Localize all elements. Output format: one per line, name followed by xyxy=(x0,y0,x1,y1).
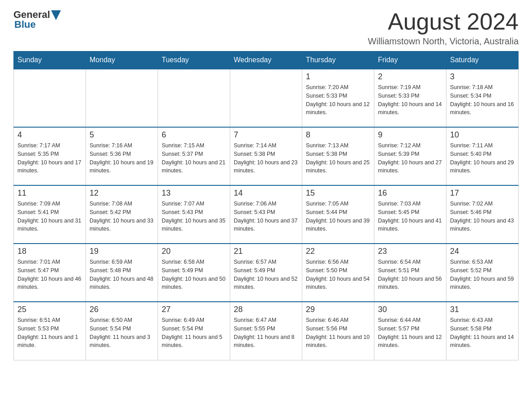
calendar-cell: 13Sunrise: 7:07 AMSunset: 5:43 PMDayligh… xyxy=(158,185,230,244)
calendar-cell: 29Sunrise: 6:46 AMSunset: 5:56 PMDayligh… xyxy=(302,302,374,360)
calendar-cell: 19Sunrise: 6:59 AMSunset: 5:48 PMDayligh… xyxy=(86,244,158,302)
day-number: 27 xyxy=(162,305,226,314)
calendar-cell xyxy=(14,69,86,127)
calendar-cell: 27Sunrise: 6:49 AMSunset: 5:54 PMDayligh… xyxy=(158,302,230,360)
calendar-cell: 15Sunrise: 7:05 AMSunset: 5:44 PMDayligh… xyxy=(302,185,374,244)
month-title: August 2024 xyxy=(368,9,519,34)
calendar-cell: 12Sunrise: 7:08 AMSunset: 5:42 PMDayligh… xyxy=(86,185,158,244)
location-title: Williamstown North, Victoria, Australia xyxy=(368,36,519,47)
day-info: Sunrise: 6:50 AMSunset: 5:54 PMDaylight:… xyxy=(90,316,154,350)
day-info: Sunrise: 6:46 AMSunset: 5:56 PMDaylight:… xyxy=(306,316,370,350)
calendar-cell: 10Sunrise: 7:11 AMSunset: 5:40 PMDayligh… xyxy=(446,127,519,185)
day-info: Sunrise: 6:51 AMSunset: 5:53 PMDaylight:… xyxy=(17,316,82,350)
calendar-cell: 28Sunrise: 6:47 AMSunset: 5:55 PMDayligh… xyxy=(230,302,302,360)
day-info: Sunrise: 6:57 AMSunset: 5:49 PMDaylight:… xyxy=(234,258,298,291)
calendar-cell: 23Sunrise: 6:54 AMSunset: 5:51 PMDayligh… xyxy=(374,244,446,302)
weekday-header-sunday: Sunday xyxy=(14,51,86,69)
calendar-cell: 20Sunrise: 6:58 AMSunset: 5:49 PMDayligh… xyxy=(158,244,230,302)
day-number: 1 xyxy=(306,72,370,81)
calendar-cell: 17Sunrise: 7:02 AMSunset: 5:46 PMDayligh… xyxy=(446,185,519,244)
day-info: Sunrise: 6:53 AMSunset: 5:52 PMDaylight:… xyxy=(450,258,515,291)
day-info: Sunrise: 7:14 AMSunset: 5:38 PMDaylight:… xyxy=(234,141,298,175)
calendar-cell: 21Sunrise: 6:57 AMSunset: 5:49 PMDayligh… xyxy=(230,244,302,302)
svg-marker-0 xyxy=(51,10,61,20)
day-number: 11 xyxy=(17,188,82,198)
day-info: Sunrise: 7:11 AMSunset: 5:40 PMDaylight:… xyxy=(450,141,515,175)
calendar-cell: 1Sunrise: 7:20 AMSunset: 5:33 PMDaylight… xyxy=(302,69,374,127)
logo: General Blue xyxy=(13,9,61,30)
day-number: 5 xyxy=(90,130,154,140)
calendar-cell: 25Sunrise: 6:51 AMSunset: 5:53 PMDayligh… xyxy=(14,302,86,360)
day-number: 29 xyxy=(306,305,370,314)
day-number: 28 xyxy=(234,305,298,314)
day-number: 23 xyxy=(378,247,442,256)
calendar-cell: 3Sunrise: 7:18 AMSunset: 5:34 PMDaylight… xyxy=(446,69,519,127)
day-number: 22 xyxy=(306,247,370,256)
day-number: 12 xyxy=(90,188,154,198)
logo-blue-text: Blue xyxy=(14,19,36,30)
day-number: 4 xyxy=(17,130,82,140)
day-info: Sunrise: 7:15 AMSunset: 5:37 PMDaylight:… xyxy=(162,141,226,175)
calendar-cell xyxy=(158,69,230,127)
day-info: Sunrise: 7:01 AMSunset: 5:47 PMDaylight:… xyxy=(17,258,82,291)
calendar-week-row: 25Sunrise: 6:51 AMSunset: 5:53 PMDayligh… xyxy=(14,302,519,360)
day-number: 30 xyxy=(378,305,442,314)
day-info: Sunrise: 7:12 AMSunset: 5:39 PMDaylight:… xyxy=(378,141,442,175)
calendar-week-row: 4Sunrise: 7:17 AMSunset: 5:35 PMDaylight… xyxy=(14,127,519,185)
weekday-header-tuesday: Tuesday xyxy=(158,51,230,69)
calendar-cell: 9Sunrise: 7:12 AMSunset: 5:39 PMDaylight… xyxy=(374,127,446,185)
calendar-header-row: SundayMondayTuesdayWednesdayThursdayFrid… xyxy=(14,51,519,69)
day-number: 3 xyxy=(450,72,515,81)
calendar-cell: 5Sunrise: 7:16 AMSunset: 5:36 PMDaylight… xyxy=(86,127,158,185)
weekday-header-wednesday: Wednesday xyxy=(230,51,302,69)
day-info: Sunrise: 7:17 AMSunset: 5:35 PMDaylight:… xyxy=(17,141,82,175)
calendar-cell: 26Sunrise: 6:50 AMSunset: 5:54 PMDayligh… xyxy=(86,302,158,360)
day-info: Sunrise: 6:43 AMSunset: 5:58 PMDaylight:… xyxy=(450,316,515,350)
day-number: 20 xyxy=(162,247,226,256)
page-header: General Blue August 2024 Williamstown No… xyxy=(13,9,519,47)
day-number: 9 xyxy=(378,130,442,140)
day-number: 15 xyxy=(306,188,370,198)
day-number: 24 xyxy=(450,247,515,256)
calendar-cell: 11Sunrise: 7:09 AMSunset: 5:41 PMDayligh… xyxy=(14,185,86,244)
day-number: 26 xyxy=(90,305,154,314)
day-info: Sunrise: 7:05 AMSunset: 5:44 PMDaylight:… xyxy=(306,200,370,233)
day-number: 17 xyxy=(450,188,515,198)
calendar-cell: 8Sunrise: 7:13 AMSunset: 5:38 PMDaylight… xyxy=(302,127,374,185)
day-info: Sunrise: 6:47 AMSunset: 5:55 PMDaylight:… xyxy=(234,316,298,350)
day-info: Sunrise: 7:19 AMSunset: 5:33 PMDaylight:… xyxy=(378,83,442,117)
calendar-cell: 22Sunrise: 6:56 AMSunset: 5:50 PMDayligh… xyxy=(302,244,374,302)
day-info: Sunrise: 7:02 AMSunset: 5:46 PMDaylight:… xyxy=(450,200,515,233)
day-number: 31 xyxy=(450,305,515,314)
day-info: Sunrise: 7:08 AMSunset: 5:42 PMDaylight:… xyxy=(90,200,154,233)
calendar-cell: 31Sunrise: 6:43 AMSunset: 5:58 PMDayligh… xyxy=(446,302,519,360)
day-info: Sunrise: 7:16 AMSunset: 5:36 PMDaylight:… xyxy=(90,141,154,175)
day-info: Sunrise: 7:09 AMSunset: 5:41 PMDaylight:… xyxy=(17,200,82,233)
day-number: 19 xyxy=(90,247,154,256)
day-number: 21 xyxy=(234,247,298,256)
day-info: Sunrise: 6:44 AMSunset: 5:57 PMDaylight:… xyxy=(378,316,442,350)
calendar-cell: 18Sunrise: 7:01 AMSunset: 5:47 PMDayligh… xyxy=(14,244,86,302)
calendar-week-row: 1Sunrise: 7:20 AMSunset: 5:33 PMDaylight… xyxy=(14,69,519,127)
day-number: 16 xyxy=(378,188,442,198)
calendar-week-row: 11Sunrise: 7:09 AMSunset: 5:41 PMDayligh… xyxy=(14,185,519,244)
day-info: Sunrise: 7:06 AMSunset: 5:43 PMDaylight:… xyxy=(234,200,298,233)
day-info: Sunrise: 6:56 AMSunset: 5:50 PMDaylight:… xyxy=(306,258,370,291)
day-info: Sunrise: 6:49 AMSunset: 5:54 PMDaylight:… xyxy=(162,316,226,350)
day-info: Sunrise: 6:59 AMSunset: 5:48 PMDaylight:… xyxy=(90,258,154,291)
calendar-cell xyxy=(230,69,302,127)
day-info: Sunrise: 7:07 AMSunset: 5:43 PMDaylight:… xyxy=(162,200,226,233)
day-info: Sunrise: 7:20 AMSunset: 5:33 PMDaylight:… xyxy=(306,83,370,117)
calendar-cell: 24Sunrise: 6:53 AMSunset: 5:52 PMDayligh… xyxy=(446,244,519,302)
day-number: 10 xyxy=(450,130,515,140)
weekday-header-monday: Monday xyxy=(86,51,158,69)
day-info: Sunrise: 7:18 AMSunset: 5:34 PMDaylight:… xyxy=(450,83,515,117)
title-section: August 2024 Williamstown North, Victoria… xyxy=(368,9,519,47)
weekday-header-friday: Friday xyxy=(374,51,446,69)
day-info: Sunrise: 6:58 AMSunset: 5:49 PMDaylight:… xyxy=(162,258,226,291)
calendar-cell: 30Sunrise: 6:44 AMSunset: 5:57 PMDayligh… xyxy=(374,302,446,360)
calendar-cell xyxy=(86,69,158,127)
day-number: 18 xyxy=(17,247,82,256)
calendar-cell: 7Sunrise: 7:14 AMSunset: 5:38 PMDaylight… xyxy=(230,127,302,185)
calendar-cell: 14Sunrise: 7:06 AMSunset: 5:43 PMDayligh… xyxy=(230,185,302,244)
